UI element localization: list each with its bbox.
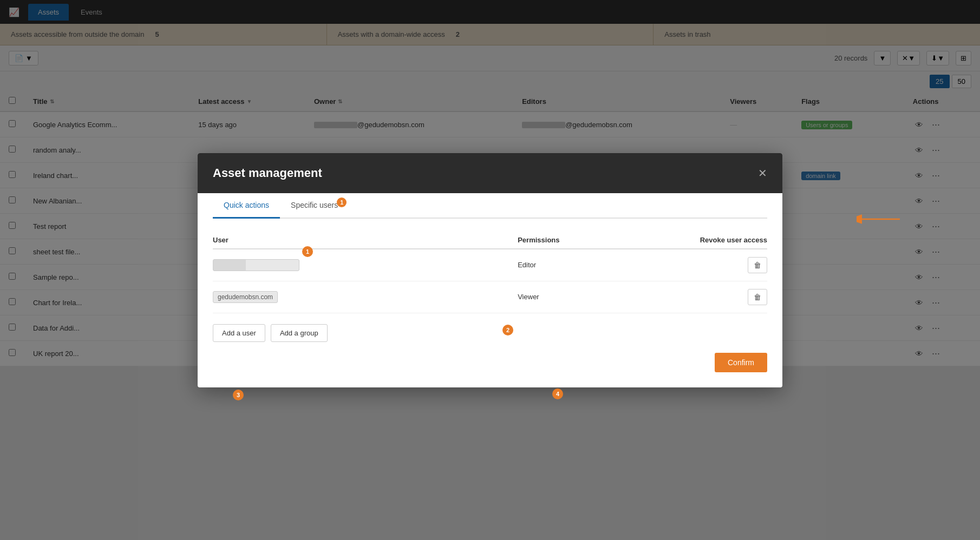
modal-table-row: gedudemobsn.com Editor 🗑 [213,249,767,281]
callout-badge-2: 2 [502,325,513,335]
callout-badge-1: 1 [302,246,313,257]
modal-user-cell: gedudemobsn.com [213,249,518,281]
callout-badge-4: 4 [552,388,563,399]
user-domain-tag: gedudemobsn.com [213,291,278,303]
modal-overlay[interactable]: Asset management ✕ Quick actions Specifi… [0,0,980,540]
modal-confirm-row: Confirm [213,353,767,372]
modal-col-user: User [213,232,518,249]
modal-revoke-cell: 🗑 [629,281,767,313]
modal-body: Quick actions Specific users 1 User Perm… [198,193,782,387]
modal-table-header: User Permissions Revoke user access [213,232,767,249]
modal-tabs: Quick actions Specific users 1 [213,193,767,219]
asset-management-modal: Asset management ✕ Quick actions Specifi… [198,153,782,387]
tab-quick-actions-label: Quick actions [224,201,269,209]
modal-table-row: gedudemobsn.com Viewer 🗑 [213,281,767,313]
modal-permission-cell: Editor [518,249,629,281]
add-user-button[interactable]: Add a user [213,324,265,342]
tab-specific-users[interactable]: Specific users 1 [280,193,349,219]
modal-col-revoke: Revoke user access [629,232,767,249]
modal-footer-buttons: Add a user Add a group [213,324,767,342]
modal-header: Asset management ✕ [198,153,782,193]
modal-users-table: User Permissions Revoke user access gedu… [213,232,767,313]
modal-close-button[interactable]: ✕ [758,168,767,179]
add-group-button[interactable]: Add a group [271,324,328,342]
modal-col-permissions: Permissions [518,232,629,249]
modal-title: Asset management [213,166,322,180]
modal-permission-cell: Viewer [518,281,629,313]
modal-user-cell: gedudemobsn.com [213,281,518,313]
modal-revoke-cell: 🗑 [629,249,767,281]
tab-specific-users-badge: 1 [337,197,347,207]
revoke-button-1[interactable]: 🗑 [748,257,767,273]
tab-quick-actions[interactable]: Quick actions [213,193,280,219]
callout-badge-3: 3 [233,390,244,400]
tab-specific-users-label: Specific users [291,201,338,209]
confirm-button[interactable]: Confirm [715,353,767,372]
user-blurred-tag: gedudemobsn.com [213,259,299,271]
revoke-button-2[interactable]: 🗑 [748,289,767,305]
